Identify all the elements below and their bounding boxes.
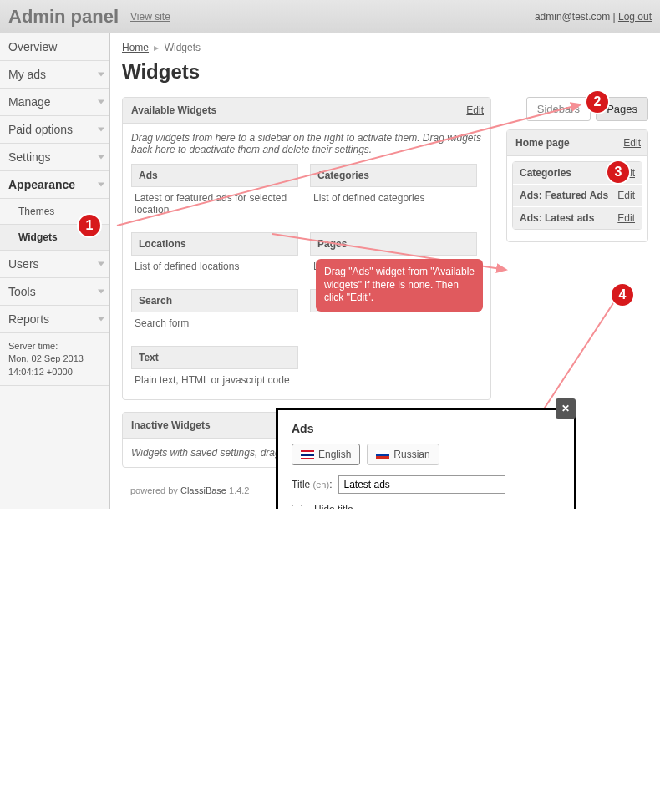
widget-edit-modal: ✕ Ads English Russian Title (en): Hide t… [276, 408, 576, 509]
home-page-zone: Home page Edit Categories Edit Ads: Feat… [506, 129, 648, 242]
user-email: admin@test.com [535, 11, 610, 23]
server-time: Server time: Mon, 02 Sep 2013 14:04:12 +… [0, 333, 109, 386]
placed-widget-row[interactable]: Ads: Latest ads Edit [513, 207, 642, 229]
chevron-down-icon [98, 317, 104, 322]
zone-edit-link[interactable]: Edit [623, 137, 641, 149]
zone-tabs: Sidebars Pages [506, 97, 648, 121]
placed-widget-label: Categories [520, 167, 571, 179]
chevron-down-icon [98, 183, 104, 187]
placed-widget-label: Ads: Featured Ads [520, 190, 608, 201]
widget-text-title[interactable]: Text [131, 346, 298, 369]
admin-panel-title: Admin panel [8, 6, 119, 28]
sidebar-item-appearance[interactable]: Appearance [0, 171, 109, 199]
breadcrumb: Home ▸ Widgets [122, 42, 648, 53]
sidebar: Overview My ads Manage Paid options Sett… [0, 33, 110, 509]
title-label: Title (en): [292, 479, 332, 490]
sidebar-item-settings[interactable]: Settings [0, 144, 109, 171]
placed-widget-row[interactable]: Ads: Featured Ads Edit [513, 185, 642, 207]
available-widgets-desc: Drag widgets from here to a sidebar on t… [123, 124, 490, 164]
breadcrumb-current: Widgets [165, 42, 201, 53]
close-icon[interactable]: ✕ [556, 398, 576, 419]
annotation-bubble-4: 4 [610, 282, 635, 307]
logout-link[interactable]: Log out [618, 11, 652, 23]
widget-locations-title[interactable]: Locations [131, 232, 298, 256]
footer-brand-link[interactable]: ClassiBase [180, 485, 226, 495]
widget-categories[interactable]: Categories List of defined categories [310, 164, 477, 221]
widget-ads[interactable]: Ads Latest or featured ads for selected … [131, 164, 298, 221]
title-input[interactable] [338, 475, 505, 494]
widget-categories-title[interactable]: Categories [310, 164, 477, 187]
hide-title-label: Hide title [314, 504, 353, 509]
annotation-bubble-2: 2 [585, 89, 610, 114]
sidebar-item-my-ads[interactable]: My ads [0, 61, 109, 89]
widget-seperator-desc [310, 312, 477, 322]
sidebar-item-overview[interactable]: Overview [0, 33, 109, 61]
placed-widget-label: Ads: Latest ads [520, 212, 594, 224]
widget-text[interactable]: Text Plain text, HTML or javascript code [131, 346, 298, 391]
zone-title: Home page [515, 137, 570, 149]
sidebar-item-paid-options[interactable]: Paid options [0, 116, 109, 144]
widget-ads-title[interactable]: Ads [131, 164, 298, 187]
chevron-down-icon [98, 290, 104, 294]
chevron-down-icon [98, 73, 104, 77]
widget-search-title[interactable]: Search [131, 289, 298, 312]
widget-search[interactable]: Search Search form [131, 289, 298, 334]
chevron-down-icon [98, 100, 104, 104]
lang-tab-russian[interactable]: Russian [367, 444, 439, 465]
widget-search-desc: Search form [131, 312, 298, 334]
user-area: admin@test.com | Log out [535, 11, 652, 23]
topbar: Admin panel View site admin@test.com | L… [0, 0, 660, 33]
sidebar-item-manage[interactable]: Manage [0, 89, 109, 116]
annotation-bubble-1: 1 [77, 213, 102, 238]
flag-ru-icon [376, 450, 389, 459]
widget-ads-desc: Latest or featured ads for selected loca… [131, 187, 298, 221]
lang-tab-english[interactable]: English [292, 444, 360, 465]
sidebar-item-reports[interactable]: Reports [0, 306, 109, 333]
sidebar-item-tools[interactable]: Tools [0, 278, 109, 306]
widget-locations-desc: List of defined locations [131, 256, 298, 277]
placed-widget-edit[interactable]: Edit [617, 190, 635, 201]
annotation-tooltip: Drag "Ads" widget from "Available widget… [316, 259, 483, 312]
available-widgets-edit-link[interactable]: Edit [466, 104, 484, 116]
page-title: Widgets [122, 60, 648, 84]
modal-heading: Ads [292, 422, 561, 435]
tab-sidebars[interactable]: Sidebars [526, 97, 591, 121]
breadcrumb-home[interactable]: Home [122, 42, 149, 53]
chevron-right-icon: ▸ [154, 42, 159, 53]
widget-locations[interactable]: Locations List of defined locations [131, 232, 298, 277]
hide-title-checkbox[interactable] [292, 505, 302, 510]
chevron-down-icon [98, 155, 104, 160]
chevron-down-icon [98, 128, 104, 132]
widget-pages-title[interactable]: Pages [310, 232, 477, 256]
widget-text-desc: Plain text, HTML or javascript code [131, 369, 298, 391]
available-widgets-panel: Available Widgets Edit Drag widgets from… [122, 97, 491, 400]
view-site-link[interactable]: View site [130, 11, 170, 23]
sidebar-item-users[interactable]: Users [0, 251, 109, 278]
available-widgets-heading: Available Widgets [131, 104, 216, 116]
widget-categories-desc: List of defined categories [310, 187, 477, 209]
chevron-down-icon [98, 262, 104, 266]
placed-widget-edit[interactable]: Edit [617, 212, 635, 224]
annotation-bubble-3: 3 [606, 160, 631, 185]
inactive-widgets-heading: Inactive Widgets [131, 419, 211, 431]
flag-en-icon [301, 450, 314, 459]
